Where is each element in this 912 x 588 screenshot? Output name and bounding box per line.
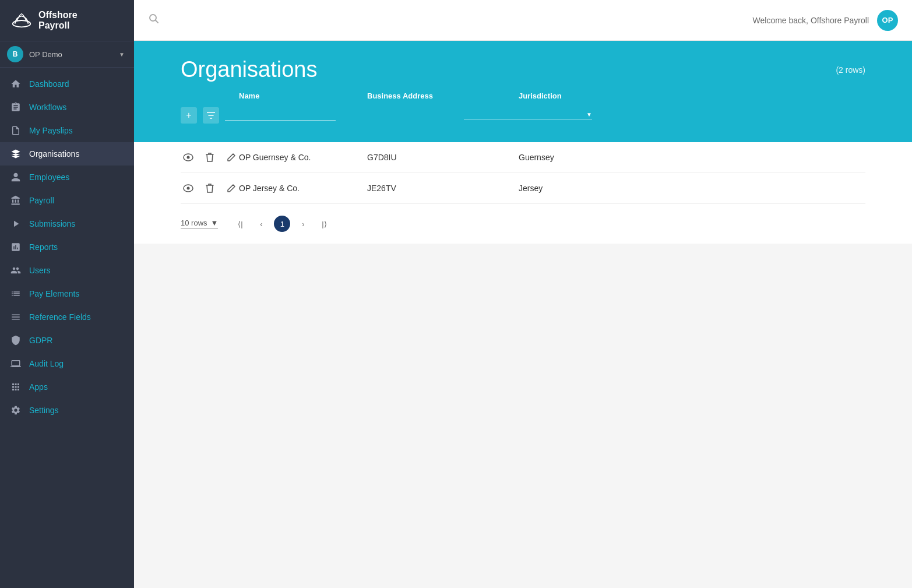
delete-icon-1[interactable] bbox=[202, 180, 218, 196]
col-header-address: Business Address bbox=[367, 91, 519, 105]
main-area: Welcome back, Offshore Payroll OP Organi… bbox=[134, 0, 912, 588]
sidebar-item-users[interactable]: Users bbox=[0, 259, 134, 282]
table-row: OP Jersey & Co. JE26TV Jersey bbox=[181, 173, 865, 204]
sidebar-label-organisations: Organisations bbox=[29, 149, 79, 159]
sidebar-item-mypayslips[interactable]: My Payslips bbox=[0, 119, 134, 142]
jurisdiction-filter[interactable]: ▼ bbox=[464, 111, 592, 119]
org-avatar: B bbox=[7, 46, 23, 62]
sidebar-label-payelements: Pay Elements bbox=[29, 289, 79, 298]
table-row: OP Guernsey & Co. G7D8IU Guernsey bbox=[181, 142, 865, 173]
search-icon[interactable] bbox=[148, 13, 160, 27]
next-page-button[interactable]: › bbox=[295, 216, 311, 232]
sidebar-label-reports: Reports bbox=[29, 242, 58, 252]
sidebar-item-settings[interactable]: Settings bbox=[0, 399, 134, 422]
sidebar-item-payroll[interactable]: Payroll bbox=[0, 189, 134, 212]
sidebar-label-apps: Apps bbox=[29, 382, 48, 392]
sidebar-item-auditlog[interactable]: Audit Log bbox=[0, 352, 134, 375]
user-avatar[interactable]: OP bbox=[877, 10, 898, 31]
svg-point-5 bbox=[187, 187, 190, 190]
sidebar-label-users: Users bbox=[29, 266, 51, 275]
sidebar-item-employees[interactable]: Employees bbox=[0, 166, 134, 189]
sidebar: Offshore Payroll B OP Demo ▼ Dashboard W… bbox=[0, 0, 134, 588]
logo-text: Offshore Payroll bbox=[38, 10, 78, 31]
col-header-name: Name bbox=[239, 91, 367, 105]
col-header-jurisdiction: Jurisdiction bbox=[519, 91, 670, 105]
list-icon bbox=[10, 288, 21, 299]
add-row-button[interactable]: + bbox=[181, 107, 197, 124]
sidebar-item-organisations[interactable]: Organisations bbox=[0, 142, 134, 166]
row-name-1: OP Jersey & Co. bbox=[239, 184, 367, 193]
sidebar-label-dashboard: Dashboard bbox=[29, 79, 69, 89]
row-jurisdiction-1: Jersey bbox=[519, 184, 670, 193]
table-area: OP Guernsey & Co. G7D8IU Guernsey OP Jer… bbox=[134, 142, 912, 204]
home-icon bbox=[10, 79, 21, 89]
gear-icon bbox=[10, 405, 21, 416]
table-rows: OP Guernsey & Co. G7D8IU Guernsey OP Jer… bbox=[181, 142, 865, 204]
sidebar-item-dashboard[interactable]: Dashboard bbox=[0, 72, 134, 96]
org-dropdown-arrow: ▼ bbox=[119, 51, 125, 58]
shield-icon bbox=[10, 335, 21, 346]
row-actions-1 bbox=[181, 180, 239, 196]
row-name-0: OP Guernsey & Co. bbox=[239, 153, 367, 162]
app-logo: Offshore Payroll bbox=[0, 0, 134, 41]
rows-per-page-label: 10 rows bbox=[181, 219, 207, 227]
name-filter-input[interactable] bbox=[225, 110, 336, 121]
page-title: Organisations bbox=[181, 57, 317, 82]
sidebar-label-gdpr: GDPR bbox=[29, 336, 52, 345]
users-icon bbox=[10, 265, 21, 276]
chart-icon bbox=[10, 242, 21, 252]
org-name: OP Demo bbox=[29, 50, 119, 59]
bank-icon bbox=[10, 195, 21, 206]
rows-per-page-selector[interactable]: 10 rows ▼ bbox=[181, 219, 218, 229]
sidebar-nav: Dashboard Workflows My Payslips Organisa… bbox=[0, 72, 134, 422]
sidebar-item-workflows[interactable]: Workflows bbox=[0, 96, 134, 119]
pagination: 10 rows ▼ ⟨| ‹ 1 › |⟩ bbox=[134, 204, 912, 244]
sidebar-label-submissions: Submissions bbox=[29, 219, 75, 228]
rows-count: (2 rows) bbox=[836, 65, 865, 75]
last-page-button[interactable]: |⟩ bbox=[316, 216, 332, 232]
org-selector[interactable]: B OP Demo ▼ bbox=[0, 41, 134, 68]
jurisdiction-dropdown-icon: ▼ bbox=[586, 111, 592, 118]
person-icon bbox=[10, 172, 21, 182]
first-page-button[interactable]: ⟨| bbox=[232, 216, 248, 232]
arrow-icon bbox=[10, 219, 21, 229]
sidebar-label-auditlog: Audit Log bbox=[29, 359, 64, 368]
row-address-1: JE26TV bbox=[367, 184, 519, 193]
delete-icon-0[interactable] bbox=[202, 149, 218, 166]
sidebar-label-workflows: Workflows bbox=[29, 103, 66, 112]
page-banner: Organisations (2 rows) Name Business Add… bbox=[134, 41, 912, 142]
sidebar-label-settings: Settings bbox=[29, 406, 59, 415]
content-area: Organisations (2 rows) Name Business Add… bbox=[134, 41, 912, 588]
sidebar-label-payroll: Payroll bbox=[29, 196, 54, 205]
view-icon-1[interactable] bbox=[181, 180, 196, 196]
edit-icon-1[interactable] bbox=[223, 180, 239, 196]
rows-per-page-arrow: ▼ bbox=[211, 219, 219, 227]
view-icon-0[interactable] bbox=[181, 149, 196, 166]
page-1-button[interactable]: 1 bbox=[274, 216, 290, 232]
sidebar-item-payelements[interactable]: Pay Elements bbox=[0, 282, 134, 305]
topbar: Welcome back, Offshore Payroll OP bbox=[134, 0, 912, 41]
sidebar-item-submissions[interactable]: Submissions bbox=[0, 212, 134, 235]
sidebar-label-employees: Employees bbox=[29, 172, 69, 182]
row-jurisdiction-0: Guernsey bbox=[519, 153, 670, 162]
row-actions-0 bbox=[181, 149, 239, 166]
sidebar-item-reports[interactable]: Reports bbox=[0, 235, 134, 259]
svg-point-3 bbox=[187, 156, 190, 159]
clipboard-icon bbox=[10, 102, 21, 112]
building-icon bbox=[10, 149, 21, 159]
document-icon bbox=[10, 125, 21, 136]
prev-page-button[interactable]: ‹ bbox=[253, 216, 269, 232]
list2-icon bbox=[10, 312, 21, 322]
grid-icon bbox=[10, 382, 21, 392]
sidebar-label-mypayslips: My Payslips bbox=[29, 126, 73, 135]
sidebar-item-apps[interactable]: Apps bbox=[0, 375, 134, 399]
edit-icon-0[interactable] bbox=[223, 149, 239, 166]
row-address-0: G7D8IU bbox=[367, 153, 519, 162]
sidebar-item-referencefields[interactable]: Reference Fields bbox=[0, 305, 134, 329]
monitor-icon bbox=[10, 358, 21, 369]
filter-button[interactable] bbox=[203, 107, 219, 124]
sidebar-item-gdpr[interactable]: GDPR bbox=[0, 329, 134, 352]
welcome-text: Welcome back, Offshore Payroll bbox=[753, 16, 869, 25]
sidebar-label-referencefields: Reference Fields bbox=[29, 312, 91, 322]
topbar-right: Welcome back, Offshore Payroll OP bbox=[753, 10, 898, 31]
